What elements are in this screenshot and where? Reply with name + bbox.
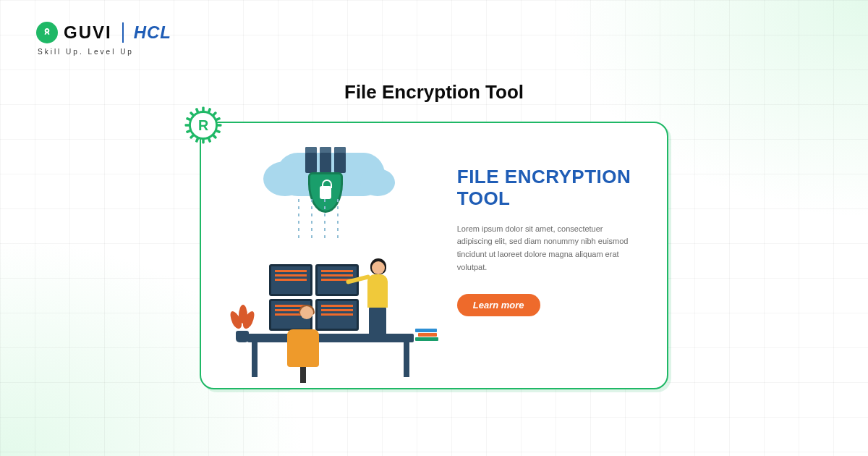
guvi-mark-icon [36,22,58,43]
hcl-wordmark: HCL [134,22,171,43]
brand-tagline: Skill Up. Level Up [38,48,171,56]
guvi-logo: GUVI [36,22,112,43]
lock-icon [320,186,331,199]
card-content: FILE ENCRYPTION TOOL Lorem ipsum dolor s… [453,123,667,388]
svg-rect-1 [202,106,204,111]
logo-divider [122,22,124,43]
page-title: File Encryption Tool [344,81,524,104]
standing-person-icon [363,256,404,342]
brand-header: GUVI HCL Skill Up. Level Up [36,22,171,56]
learn-more-button[interactable]: Learn more [457,294,540,316]
card-illustration [201,123,453,388]
monitor-icon [269,264,312,296]
plant-icon [231,299,253,342]
logo-row: GUVI HCL [36,22,171,43]
card-description: Lorem ipsum dolor sit amet, consectetuer… [457,223,638,274]
feature-card: R FILE ENCRYPTION TOOL Lorem i [200,122,668,389]
card-title: FILE ENCRYPTION TOOL [457,166,645,210]
guvi-wordmark: GUVI [64,22,112,43]
books-icon [415,328,441,342]
seated-person-icon [287,306,323,367]
